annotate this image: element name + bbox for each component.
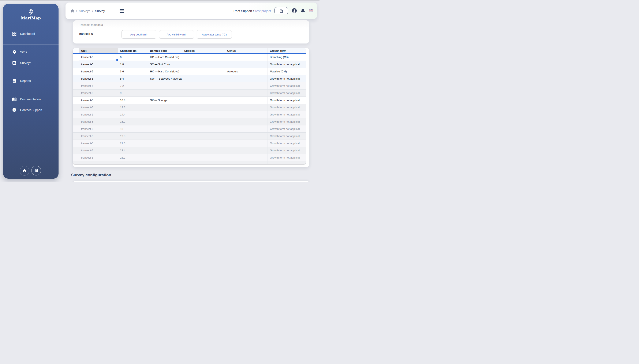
cell-growth[interactable]: Growth form not applicable bbox=[268, 111, 300, 118]
cell-benthic[interactable] bbox=[148, 82, 182, 89]
cell-genus[interactable] bbox=[225, 104, 268, 111]
cell-unit[interactable]: transect-6 bbox=[79, 90, 118, 96]
cell-genus[interactable] bbox=[225, 75, 268, 82]
cell-genus[interactable] bbox=[225, 90, 268, 96]
breadcrumb-home-icon[interactable] bbox=[71, 9, 74, 12]
cell-genus[interactable] bbox=[225, 161, 268, 164]
cell-genus[interactable] bbox=[225, 147, 268, 154]
cell-growth[interactable]: Growth form not applicable bbox=[268, 126, 300, 132]
cell-unit[interactable]: transect-6 bbox=[79, 104, 118, 111]
cell-extra[interactable] bbox=[300, 154, 306, 161]
cell-growth[interactable]: Growth form not applicable bbox=[268, 140, 300, 147]
hamburger-menu-icon[interactable] bbox=[120, 9, 124, 13]
cell-benthic[interactable] bbox=[148, 147, 182, 154]
cell-species[interactable] bbox=[182, 132, 225, 140]
cell-benthic[interactable] bbox=[148, 111, 182, 118]
cell-chainage[interactable]: 1.8 bbox=[118, 61, 148, 68]
cell-genus[interactable] bbox=[225, 126, 268, 132]
cell-growth[interactable]: Growth form not applicable bbox=[268, 90, 300, 96]
cell-extra[interactable] bbox=[300, 132, 306, 140]
cell-chainage[interactable]: 16.2 bbox=[118, 118, 148, 125]
cell-benthic[interactable]: SW — Seaweed / Macroal bbox=[148, 75, 182, 82]
cell-species[interactable] bbox=[182, 111, 225, 118]
avg-water-temp-button[interactable]: Avg water temp (°C) bbox=[197, 30, 232, 39]
cell-unit[interactable]: transect-6 bbox=[79, 118, 118, 125]
cell-unit[interactable]: transect-6 bbox=[79, 61, 118, 68]
cell-growth[interactable]: Branching (CB) bbox=[268, 54, 300, 60]
row-handle[interactable] bbox=[73, 154, 79, 161]
cell-extra[interactable] bbox=[300, 68, 306, 75]
row-handle[interactable] bbox=[73, 97, 79, 104]
cell-chainage[interactable]: 23.4 bbox=[118, 147, 148, 154]
uk-flag-icon[interactable] bbox=[309, 9, 313, 12]
cell-growth[interactable]: Growth form not applicable bbox=[268, 147, 300, 154]
cell-growth[interactable] bbox=[268, 161, 300, 164]
cell-extra[interactable] bbox=[300, 126, 306, 132]
cell-extra[interactable] bbox=[300, 104, 306, 111]
cell-species[interactable] bbox=[182, 68, 225, 75]
cell-extra[interactable] bbox=[300, 97, 306, 104]
cell-chainage[interactable]: 3.6 bbox=[118, 68, 148, 75]
cell-benthic[interactable] bbox=[148, 90, 182, 96]
project-link[interactable]: Test project bbox=[255, 9, 271, 13]
cell-benthic[interactable] bbox=[148, 154, 182, 161]
column-header-chainage-m[interactable]: Chainage (m) bbox=[118, 48, 148, 54]
cell-species[interactable] bbox=[182, 54, 225, 60]
column-header-benthic-code[interactable]: Benthic code bbox=[148, 48, 182, 54]
cell-unit[interactable]: transect-6 bbox=[79, 68, 118, 75]
cell-growth[interactable]: Growth form not applicable bbox=[268, 104, 300, 111]
cell-extra[interactable] bbox=[300, 161, 306, 164]
cell-chainage[interactable]: 21.6 bbox=[118, 140, 148, 147]
sidebar-item-reports[interactable]: Reports bbox=[3, 77, 59, 84]
cell-genus[interactable]: Acropora bbox=[225, 68, 268, 75]
row-handle[interactable] bbox=[73, 61, 79, 68]
sidebar-item-surveys[interactable]: Surveys bbox=[3, 59, 59, 66]
cell-benthic[interactable] bbox=[148, 161, 182, 164]
cell-species[interactable] bbox=[182, 90, 225, 96]
cell-unit[interactable]: transect-6 bbox=[79, 97, 118, 104]
cell-growth[interactable]: Growth form not applicable bbox=[268, 61, 300, 68]
cell-extra[interactable] bbox=[300, 118, 306, 125]
cell-genus[interactable] bbox=[225, 132, 268, 140]
cell-benthic[interactable] bbox=[148, 104, 182, 111]
cell-growth[interactable]: Growth form not applicable bbox=[268, 154, 300, 161]
cell-unit[interactable]: transect-6 bbox=[79, 126, 118, 132]
cell-chainage[interactable]: 10.8 bbox=[118, 97, 148, 104]
cell-growth[interactable]: Growth form not applicable bbox=[268, 132, 300, 140]
cell-chainage[interactable]: 18 bbox=[118, 126, 148, 132]
row-handle[interactable] bbox=[73, 126, 79, 132]
cell-benthic[interactable] bbox=[148, 140, 182, 147]
cell-benthic[interactable] bbox=[148, 126, 182, 132]
cell-chainage[interactable]: 25.2 bbox=[118, 154, 148, 161]
cell-unit[interactable]: transect-6 bbox=[79, 132, 118, 140]
cell-extra[interactable] bbox=[300, 54, 306, 60]
cell-species[interactable] bbox=[182, 75, 225, 82]
cell-genus[interactable] bbox=[225, 118, 268, 125]
cell-extra[interactable] bbox=[300, 82, 306, 89]
cell-species[interactable] bbox=[182, 118, 225, 125]
cell-chainage[interactable]: 7.2 bbox=[118, 82, 148, 89]
cell-species[interactable] bbox=[182, 97, 225, 104]
row-handle[interactable] bbox=[73, 82, 79, 89]
cell-chainage[interactable] bbox=[118, 161, 148, 164]
row-handle[interactable] bbox=[73, 161, 79, 164]
user-avatar-icon[interactable] bbox=[292, 8, 297, 14]
column-header-blank[interactable] bbox=[300, 48, 306, 54]
cell-unit[interactable] bbox=[79, 161, 118, 164]
cell-genus[interactable] bbox=[225, 97, 268, 104]
home-button[interactable] bbox=[20, 166, 29, 176]
cell-growth[interactable]: Growth form not applicable bbox=[268, 118, 300, 125]
bell-icon[interactable] bbox=[301, 8, 305, 13]
row-handle[interactable] bbox=[73, 90, 79, 96]
cell-benthic[interactable]: SC — Soft Coral bbox=[148, 61, 182, 68]
row-handle[interactable] bbox=[73, 140, 79, 147]
cell-species[interactable] bbox=[182, 147, 225, 154]
cell-growth[interactable]: Growth form not applicable bbox=[268, 82, 300, 89]
cell-genus[interactable] bbox=[225, 61, 268, 68]
cell-benthic[interactable]: HC — Hard Coral (Live) bbox=[148, 68, 182, 75]
row-handle[interactable] bbox=[73, 104, 79, 111]
cell-chainage[interactable]: 9 bbox=[118, 90, 148, 96]
cell-growth[interactable]: Growth form not applicable bbox=[268, 75, 300, 82]
row-handle[interactable] bbox=[73, 75, 79, 82]
cell-unit[interactable]: transect-6 bbox=[79, 111, 118, 118]
